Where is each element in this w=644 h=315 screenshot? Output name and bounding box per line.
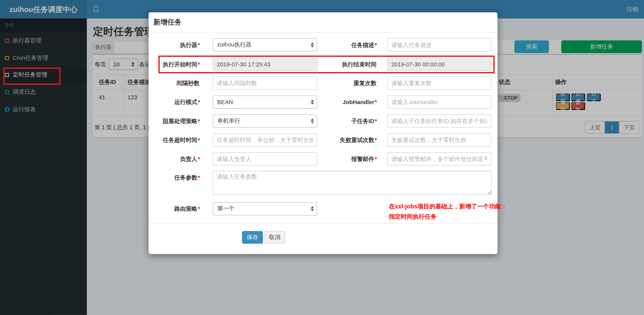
- feature-note-line1: 在xxl-jobs项目的基础上，新增了一个功能：: [389, 201, 507, 211]
- save-button[interactable]: 保存: [242, 231, 263, 244]
- divider: [148, 223, 498, 223]
- child-task-label: 子任务ID*: [288, 118, 377, 125]
- select-stepper-icon: [310, 206, 314, 211]
- end-time-input[interactable]: [387, 58, 491, 71]
- feature-note: 在xxl-jobs项目的基础上，新增了一个功能： 指定时间执行任务: [389, 201, 507, 222]
- add-task-modal: 新增任务 执行器* zuihou执行器 任务描述* 执行开始时间* 执行结束时间…: [148, 12, 498, 254]
- cancel-button[interactable]: 取消: [264, 231, 285, 244]
- task-param-label: 任务参数*: [161, 174, 200, 181]
- executor-label: 执行器*: [161, 42, 200, 49]
- route-strategy-select[interactable]: 第一个: [213, 202, 317, 215]
- jobhandler-label: JobHandler*: [288, 99, 377, 105]
- job-desc-input[interactable]: [387, 38, 491, 52]
- feature-note-line2: 指定时间执行任务: [389, 212, 507, 222]
- alarm-email-label: 报警邮件*: [288, 156, 377, 163]
- retry-input[interactable]: [387, 133, 491, 146]
- route-strategy-label: 路由策略*: [161, 205, 200, 213]
- job-desc-label: 任务描述*: [288, 42, 377, 49]
- end-time-label: 执行结束时间: [288, 61, 377, 68]
- timeout-label: 任务超时时间*: [161, 137, 200, 144]
- modal-title: 新增任务: [154, 17, 182, 27]
- app: zuihou任务调度中心 注销 导航 执行器管理 Cron任务管理 定时任务管理…: [0, 0, 644, 315]
- task-param-textarea[interactable]: [213, 171, 492, 195]
- repeat-label: 重复次数: [288, 80, 377, 87]
- owner-label: 负责人*: [161, 156, 200, 163]
- child-task-input[interactable]: [387, 115, 491, 128]
- repeat-input[interactable]: [387, 77, 491, 90]
- retry-label: 失败重试次数*: [288, 137, 377, 144]
- alarm-email-input[interactable]: [387, 152, 491, 165]
- interval-label: 间隔秒数: [161, 80, 200, 87]
- jobhandler-input[interactable]: [387, 96, 491, 109]
- block-strategy-label: 阻塞处理策略*: [161, 118, 200, 125]
- start-time-label: 执行开始时间*: [161, 61, 200, 68]
- run-mode-label: 运行模式*: [161, 99, 200, 106]
- divider: [148, 32, 498, 33]
